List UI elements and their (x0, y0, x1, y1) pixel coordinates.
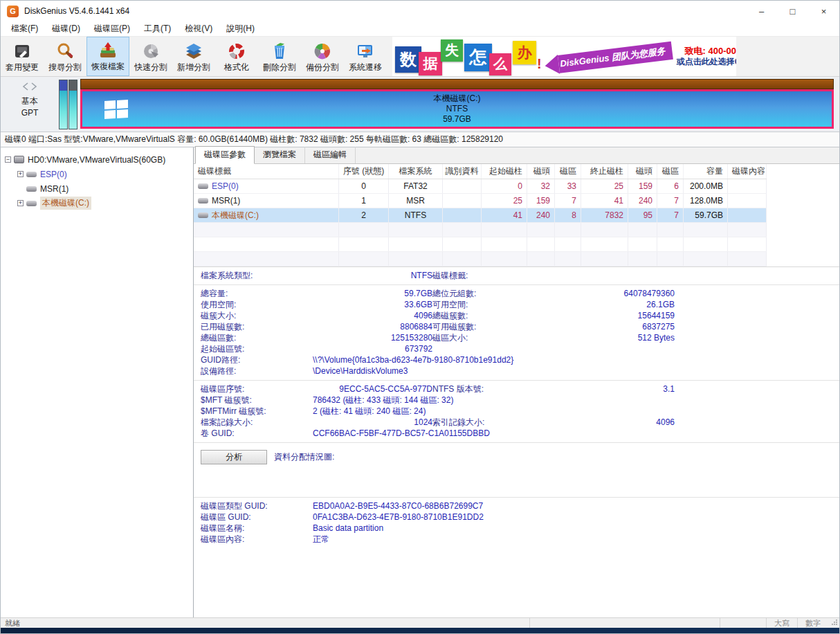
app-logo-icon: G (7, 6, 19, 17)
menu-view[interactable]: 檢視(V) (178, 21, 219, 36)
status-ready: 就緒 (1, 618, 529, 628)
c-type-strip (80, 79, 834, 89)
recover-files-icon (98, 41, 118, 60)
format-button[interactable]: 格式化 (215, 37, 258, 76)
partition-icon (26, 172, 37, 177)
ad-tile: 失 (441, 39, 463, 62)
trash-icon (269, 42, 290, 61)
table-empty-row (194, 252, 767, 266)
system-migrate-button[interactable]: 系統遷移 (344, 37, 387, 76)
ad-qq-link[interactable]: 或点击此处选择QQ咨询 (677, 57, 736, 67)
status-capslock: 大寫 (766, 618, 797, 628)
disk-info-line: 磁碟0 端口:Sas 型號:VMware,VMwareVirtualS 容量: … (1, 132, 839, 147)
partition-icon (26, 186, 37, 192)
partition-icon (26, 201, 37, 206)
esp-type-strip (60, 80, 67, 91)
disk-scheme-type: 基本 (21, 96, 38, 107)
table-empty-row (194, 223, 767, 237)
window-title: DiskGenius V5.4.6.1441 x64 (24, 6, 746, 16)
diskgenius-window: G DiskGenius V5.4.6.1441 x64 – □ × 檔案(F)… (0, 0, 840, 634)
format-ring-icon (226, 42, 247, 61)
tabs-bar: 磁碟區參數 瀏覽檔案 磁區編輯 (194, 147, 839, 164)
menu-file[interactable]: 檔案(F) (4, 21, 45, 36)
collapse-icon[interactable]: − (5, 156, 11, 163)
partition-icon (198, 198, 208, 203)
partition-icon (198, 212, 208, 218)
search-partition-button[interactable]: 搜尋分割 (44, 37, 86, 76)
tree-item-msr[interactable]: MSR(1) (5, 181, 190, 196)
c-partition-body[interactable]: 本機磁碟(C:) NTFS 59.7GB (80, 89, 834, 129)
recover-files-button[interactable]: 恢復檔案 (86, 37, 129, 76)
c-partition-caption: 本機磁碟(C:) NTFS 59.7GB (434, 93, 481, 125)
windows-logo-icon (104, 100, 128, 119)
status-bar: 就緒 大寫 數字 (1, 617, 839, 628)
partition-icon (198, 183, 208, 189)
table-row-c-selected[interactable]: 本機磁碟(C:) 2 NTFS 41 240 8 7832 95 7 59.7G… (194, 208, 767, 223)
layers-icon (183, 42, 204, 61)
menu-partition[interactable]: 磁碟區(P) (87, 21, 137, 36)
table-empty-row (194, 237, 767, 252)
allocation-map-label: 資料分配情況圖: (274, 451, 334, 463)
table-row-msr[interactable]: MSR(1) 1 MSR 25 159 7 41 240 7 128.0MB (194, 194, 767, 208)
tree-item-esp[interactable]: + ESP(0) (5, 167, 190, 181)
ad-tile: 办 (513, 41, 536, 64)
ad-arrow: DiskGenius 团队为您服务 (544, 40, 673, 75)
disk-nav-arrows[interactable] (21, 82, 39, 96)
backup-partition-button[interactable]: 備份分割 (301, 37, 344, 76)
delete-partition-button[interactable]: 刪除分割 (258, 37, 301, 76)
taskbar-edge (1, 628, 839, 633)
menu-bar: 檔案(F) 磁碟(D) 磁碟區(P) 工具(T) 檢視(V) 說明(H) (1, 21, 839, 37)
minimize-button[interactable]: – (746, 1, 777, 21)
apply-changes-button[interactable]: 套用變更 (1, 37, 44, 76)
tab-partition-params[interactable]: 磁碟區參數 (195, 146, 255, 164)
expand-icon[interactable]: + (17, 171, 24, 177)
ad-banner[interactable]: 数 据 失 怎 么 办 ! DiskGenius 团队为您服务 致电: 400-… (392, 37, 736, 76)
ad-tiles: 数 据 失 怎 么 办 ! (392, 38, 542, 75)
disk-icon (14, 156, 24, 163)
ad-exclamation: ! (537, 56, 542, 72)
analyze-button[interactable]: 分析 (201, 450, 267, 464)
apply-changes-icon (12, 42, 33, 61)
partition-bar-esp[interactable] (59, 80, 68, 129)
partition-tree-panel: − HD0:VMware,VMwareVirtualS(60GB) + ESP(… (1, 147, 194, 617)
tree-root-hd0[interactable]: − HD0:VMware,VMwareVirtualS(60GB) (5, 152, 190, 167)
partition-bar-msr[interactable] (69, 80, 77, 129)
menu-tools[interactable]: 工具(T) (137, 21, 178, 36)
msr-type-strip (69, 80, 77, 91)
table-header-row: 磁碟標籤 序號 (狀態) 檔案系統 識別資料 起始磁柱 磁頭 磁區 終止磁柱 磁… (194, 164, 767, 179)
disk-scheme-gpt: GPT (21, 107, 39, 119)
menu-disk[interactable]: 磁碟(D) (45, 21, 87, 36)
quick-partition-button[interactable]: 快速分割 (129, 37, 172, 76)
status-cell (720, 618, 766, 628)
maximize-button[interactable]: □ (777, 1, 808, 21)
status-numlock: 數字 (797, 618, 828, 628)
ad-phone: 致电: 400-008-9958 (677, 46, 736, 57)
ad-tile: 么 (489, 53, 511, 75)
table-row-esp[interactable]: ESP(0) 0 FAT32 0 32 33 25 159 6 200.0MB (194, 179, 767, 194)
title-bar: G DiskGenius V5.4.6.1441 x64 – □ × (1, 1, 839, 21)
allocation-map-area (201, 466, 832, 493)
status-cell (529, 618, 720, 628)
partition-bar-c[interactable]: 本機磁碟(C:) NTFS 59.7GB (80, 79, 834, 129)
ad-tile: 数 (395, 46, 421, 73)
ad-contact[interactable]: 致电: 400-008-9958 或点击此处选择QQ咨询 (677, 46, 736, 67)
new-partition-button[interactable]: 新增分割 (172, 37, 215, 76)
disc-icon (140, 42, 161, 61)
partition-table: 磁碟標籤 序號 (狀態) 檔案系統 識別資料 起始磁柱 磁頭 磁區 終止磁柱 磁… (194, 164, 767, 266)
tab-browse-files[interactable]: 瀏覽檔案 (255, 147, 305, 163)
close-button[interactable]: × (808, 1, 839, 21)
tree-item-c-selected[interactable]: + 本機磁碟(C:) (5, 196, 190, 210)
ad-tile: 怎 (464, 44, 492, 71)
toolbar: 套用變更 搜尋分割 恢復檔案 快速分割 新增分割 格式化 刪除分割 備份分割 (1, 37, 839, 77)
resize-grip[interactable] (828, 619, 839, 627)
expand-icon[interactable]: + (17, 200, 24, 206)
menu-help[interactable]: 說明(H) (219, 21, 262, 36)
ad-tile: 据 (419, 52, 442, 75)
magnifier-icon (55, 42, 75, 61)
monitor-arrow-icon (355, 42, 376, 61)
tab-sector-edit[interactable]: 磁區編輯 (305, 147, 356, 163)
disk-overview-panel: 基本 GPT 本機磁碟(C:) NTFS 59.7GB (1, 77, 839, 132)
pie-petals-icon (312, 42, 333, 61)
partition-details: 檔案系統類型:NTFS 磁碟標籤: 總容量:59.7GB總位元組數:640784… (194, 266, 839, 617)
